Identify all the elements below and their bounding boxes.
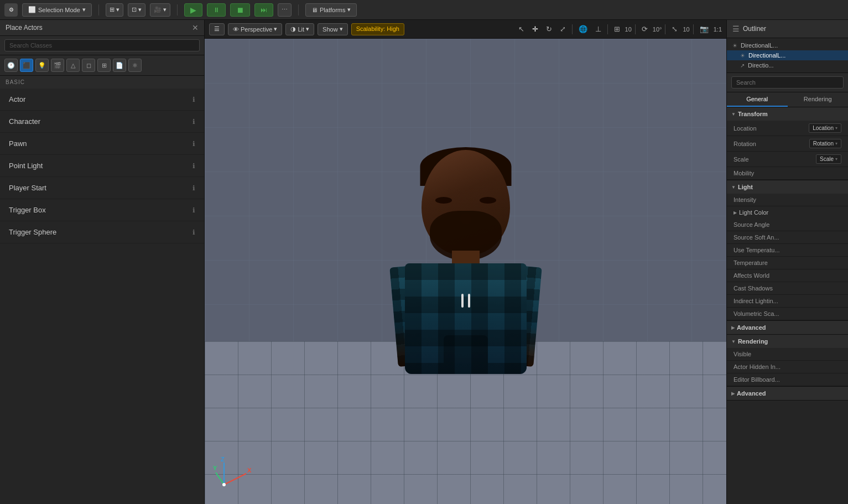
rendering-section-header[interactable]: ▼ Rendering [727,335,848,348]
grid-button[interactable]: ⊡ ▾ [128,3,145,17]
trigger-box-info-icon[interactable]: ℹ [193,206,195,214]
selection-mode-button[interactable]: ⬜ Selection Mode ▾ [22,3,92,17]
scale-snap-button[interactable]: ⤡ [669,24,680,34]
char-strings [461,294,470,308]
outliner-header: ☰ Outliner [727,20,848,38]
actor-item-player-start[interactable]: Player Start ℹ [0,177,204,199]
indirect-lighting-label: Indirect Lightin... [733,298,778,304]
rotation-chevron-icon: ▾ [835,141,837,146]
prop-row-light-color[interactable]: ▶ Light Color [727,206,848,219]
snap-button[interactable]: ⊞ ▾ [106,3,123,17]
prop-row-visible: Visible [727,348,848,361]
scene-background: X Y Z [205,39,726,504]
right-search-input[interactable] [731,76,844,89]
select-tool-button[interactable]: ↖ [516,24,527,34]
move-tool-button[interactable]: ✛ [529,24,541,34]
actor-item-label: Pawn [9,139,27,148]
prop-row-rotation: Rotation Rotation ▾ [727,136,848,152]
trigger-sphere-info-icon[interactable]: ℹ [193,228,195,236]
directional-icon-3: ↗ [740,63,745,69]
rendering-section-label: Rendering [738,338,768,345]
physics-icon-btn[interactable]: ⚛ [128,59,142,72]
search-input[interactable] [4,39,200,51]
camera-speed-button[interactable]: 📷 [697,24,711,34]
point-light-info-icon[interactable]: ℹ [193,162,195,170]
advanced-section-1: ▶ Advanced [727,321,848,335]
svg-point-6 [222,483,226,486]
icon-bar: 🕐 ⬛ 💡 🎬 △ ◻ ⊞ 📄 ⚛ [0,55,204,76]
rotate-snap-button[interactable]: ⟳ [639,24,651,34]
actor-item-pawn[interactable]: Pawn ℹ [0,133,204,155]
character-info-icon[interactable]: ℹ [193,118,195,126]
grid-snap-value: 10 [625,26,632,33]
surface-snapping-button[interactable]: ⊥ [592,24,604,34]
actor-item-trigger-box[interactable]: Trigger Box ℹ [0,199,204,221]
rendering-section: ▼ Rendering Visible Actor Hidden In... E… [727,335,848,387]
scalability-button[interactable]: Scalability: High [351,23,404,35]
player-start-info-icon[interactable]: ℹ [193,184,195,192]
light-color-expand-icon: ▶ [733,210,737,215]
platforms-button[interactable]: 🖥 Platforms ▾ [305,3,357,17]
rotate-tool-button[interactable]: ↻ [543,24,555,34]
panel-close-button[interactable]: ✕ [192,23,199,32]
actor-item-point-light[interactable]: Point Light ℹ [0,155,204,177]
location-dropdown[interactable]: Location ▾ [809,123,841,133]
vp-sep-4 [665,24,665,34]
show-button[interactable]: Show ▾ [318,23,348,35]
perspective-button[interactable]: 👁 Perspective ▾ [228,23,282,35]
char-body [388,150,543,393]
outliner-item-directional-3[interactable]: ↗ Directio... [727,60,848,70]
advanced-section-header-2[interactable]: ▶ Advanced [727,387,848,400]
play-button[interactable]: ▶ [184,3,202,17]
svg-text:Z: Z [221,457,225,463]
tab-general[interactable]: General [727,92,788,107]
prop-row-source-soft: Source Soft An... [727,231,848,244]
grid-snap-button[interactable]: ⊞ [611,24,623,34]
stop-button[interactable]: ⏹ [230,3,250,17]
light-section-header[interactable]: ▼ Light [727,180,848,194]
recent-icon-btn[interactable]: 🕐 [4,59,18,72]
actor-item-label: Character [9,117,40,126]
volumes-icon-btn[interactable]: ◻ [82,59,95,72]
cinematic-icon-btn[interactable]: 🎬 [51,59,64,72]
transform-section-header[interactable]: ▼ Transform [727,107,848,121]
editor-billboard-label: Editor Billboard... [733,376,780,383]
light-section-label: Light [738,184,753,190]
light-color-label: Light Color [739,209,768,216]
perspective-icon: 👁 [233,26,239,33]
basic-icon-btn[interactable]: ⬛ [20,59,33,72]
tab-rendering[interactable]: Rendering [788,92,849,107]
advanced-section-header-1[interactable]: ▶ Advanced [727,321,848,334]
transform-section-label: Transform [738,111,768,117]
outliner-item-directional-2[interactable]: ☀ DirectionalL... [727,50,848,60]
scale-tool-button[interactable]: ⤢ [557,24,569,34]
skip-button[interactable]: ⏭ [254,3,273,17]
shapes-icon-btn[interactable]: △ [66,59,80,72]
blueprint-icon-btn[interactable]: 📄 [113,59,126,72]
actor-item-trigger-sphere[interactable]: Trigger Sphere ℹ [0,221,204,243]
pawn-info-icon[interactable]: ℹ [193,140,195,148]
advanced-1-arrow-icon: ▶ [731,325,735,330]
actor-info-icon[interactable]: ℹ [193,96,195,103]
outliner-item-directional-1[interactable]: ☀ DirectionalL... [727,40,848,50]
svg-text:Y: Y [213,465,217,471]
lights-icon-btn[interactable]: 💡 [35,59,49,72]
actor-item-character[interactable]: Character ℹ [0,111,204,133]
viewport-menu-button[interactable]: ☰ [209,23,225,35]
pause-button[interactable]: ⏸ [207,3,226,17]
actor-item-label: Player Start [9,184,46,192]
all-classes-icon-btn[interactable]: ⊞ [97,59,111,72]
prop-row-intensity: Intensity [727,194,848,206]
actor-item-actor[interactable]: Actor ℹ [0,89,204,111]
lit-button[interactable]: ◑ Lit ▾ [285,23,314,35]
transform-section: ▼ Transform Location Location ▾ Rotation… [727,107,848,180]
viewport[interactable]: ☰ 👁 Perspective ▾ ◑ Lit ▾ Show ▾ Scalabi… [205,20,726,504]
settings-button[interactable]: ⋯ [278,3,292,17]
world-local-button[interactable]: 🌐 [576,24,590,34]
prop-row-mobility: Mobility [727,167,848,180]
outliner-item-label-2: DirectionalL... [748,52,785,59]
camera-button[interactable]: 🎥 ▾ [150,3,170,17]
rotation-dropdown[interactable]: Rotation ▾ [809,139,841,148]
scale-chevron-icon: ▾ [835,157,837,162]
scale-dropdown[interactable]: Scale ▾ [816,154,841,164]
